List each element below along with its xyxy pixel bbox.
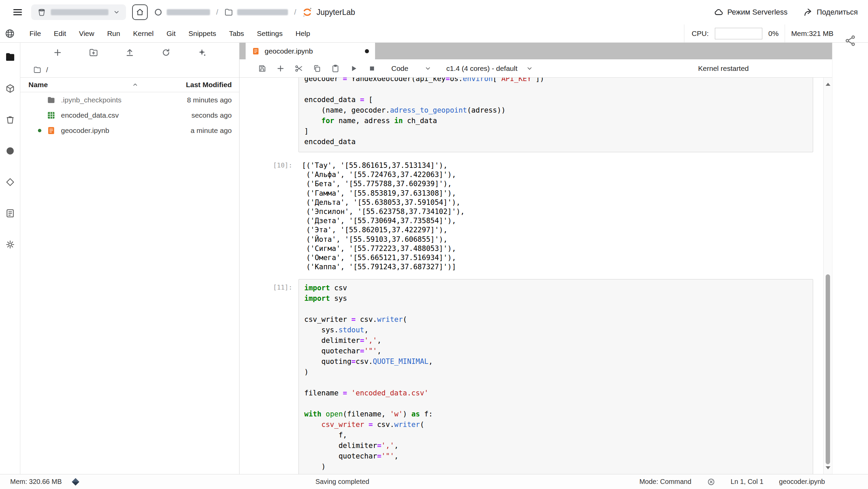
storage-cube-icon[interactable] xyxy=(5,83,15,94)
menu-bar: File Edit View Run Kernel Git Snippets T… xyxy=(0,24,868,43)
cpu-usage-input[interactable] xyxy=(715,28,762,39)
unsaved-changes-dot[interactable] xyxy=(365,49,369,53)
vertical-scrollbar[interactable] xyxy=(823,78,832,474)
top-bar: / / JupyterLab Режим Serverless Поделит xyxy=(0,0,868,24)
tab-title: geocoder.ipynb xyxy=(265,47,313,55)
serverless-mode-button[interactable]: Режим Serverless xyxy=(714,7,788,17)
circle-x-icon[interactable] xyxy=(707,478,715,486)
file-modified: a minute ago xyxy=(191,126,239,135)
cloud-project-selector[interactable] xyxy=(31,4,126,20)
notebook-toolbar: Code c1.4 (4 cores) - default Kernel res… xyxy=(240,59,832,78)
diamond-icon[interactable] xyxy=(5,177,15,187)
menu-tabs[interactable]: Tabs xyxy=(223,24,250,42)
bucket-icon xyxy=(37,8,46,17)
run-cell-icon[interactable] xyxy=(346,62,361,75)
menu-git[interactable]: Git xyxy=(160,24,182,42)
mem-usage: Mem:321 MB xyxy=(791,30,833,38)
chevron-down-icon xyxy=(113,9,120,16)
tab-geocoder-ipynb[interactable]: geocoder.ipynb xyxy=(246,43,375,59)
cell-type-dropdown[interactable]: Code xyxy=(391,64,431,73)
share-nodes-icon[interactable] xyxy=(844,35,856,47)
serverless-label: Режим Serverless xyxy=(727,8,788,17)
file-name: geocoder.ipynb xyxy=(61,126,109,135)
cell-input-prompt xyxy=(240,78,298,152)
scrollbar-thumb[interactable] xyxy=(826,274,830,464)
cell-input-prompt: [11]: xyxy=(240,279,298,474)
cut-cells-icon[interactable] xyxy=(291,62,307,75)
folder-icon xyxy=(47,96,56,104)
kernel-dropdown[interactable]: c1.4 (4 cores) - default xyxy=(446,64,533,73)
settings-gears-icon[interactable] xyxy=(5,239,15,250)
file-row-ipynb-checkpoints[interactable]: .ipynb_checkpoints 8 minutes ago xyxy=(20,92,239,107)
cursor-position[interactable]: Ln 1, Col 1 xyxy=(731,478,764,486)
menu-file[interactable]: File xyxy=(23,24,47,42)
jupyter-logo-icon xyxy=(302,7,312,17)
notebook-scroll-area[interactable]: geocoder = YandexGeocoder(api_key=os.env… xyxy=(240,78,832,474)
hamburger-menu-icon[interactable] xyxy=(10,5,25,20)
breadcrumb-jupyterlab[interactable]: JupyterLab xyxy=(302,7,355,17)
notebook-icon xyxy=(47,126,56,135)
code-cell-partial: geocoder = YandexGeocoder(api_key=os.env… xyxy=(240,78,823,152)
ring-icon xyxy=(154,8,163,17)
code-editor[interactable]: geocoder = YandexGeocoder(api_key=os.env… xyxy=(298,78,813,152)
file-browser-breadcrumb[interactable]: / xyxy=(20,62,239,77)
command-mode-indicator[interactable]: Mode: Command xyxy=(639,478,691,486)
file-row-geocoder-ipynb[interactable]: geocoder.ipynb a minute ago xyxy=(20,123,239,138)
status-bar: Mem: 320.66 MB Saving completed Mode: Co… xyxy=(0,474,868,489)
menu-settings[interactable]: Settings xyxy=(250,24,289,42)
redacted-cloud-name xyxy=(51,9,108,15)
chevron-down-icon xyxy=(526,65,533,72)
code-editor[interactable]: import csvimport sys csv_writer = csv.wr… xyxy=(298,279,813,474)
scroll-up-arrow[interactable] xyxy=(824,80,832,89)
status-left: Mem: 320.66 MB xyxy=(0,477,80,486)
copy-cells-icon[interactable] xyxy=(309,62,325,75)
jupyterlab-label: JupyterLab xyxy=(316,8,355,17)
status-message: Saving completed xyxy=(315,478,369,486)
upload-icon[interactable] xyxy=(122,45,138,60)
new-launcher-plus-icon[interactable] xyxy=(50,45,65,60)
datasphere-logo-icon[interactable] xyxy=(5,28,15,39)
breadcrumb-project-folder[interactable] xyxy=(224,8,288,17)
stop-kernel-icon[interactable] xyxy=(364,62,380,75)
menu-kernel[interactable]: Kernel xyxy=(127,24,160,42)
paste-cells-icon[interactable] xyxy=(328,62,343,75)
menu-view[interactable]: View xyxy=(73,24,101,42)
active-file-name[interactable]: geocoder.ipynb xyxy=(779,478,825,486)
right-sidebar-rail xyxy=(832,43,868,474)
kernel-running-dot xyxy=(38,129,41,132)
circle-icon[interactable] xyxy=(5,146,15,156)
datasphere-diamond-icon[interactable] xyxy=(71,477,80,486)
add-cell-icon[interactable] xyxy=(273,62,288,75)
folder-icon xyxy=(33,66,41,74)
redacted-project-id xyxy=(237,9,288,15)
menu-run[interactable]: Run xyxy=(101,24,127,42)
sparkle-icon[interactable] xyxy=(194,45,210,60)
main-dock-panel: geocoder.ipynb xyxy=(239,43,832,474)
output-prompt: [10]: xyxy=(240,160,298,272)
workspace: / Name Last Modified .ipynb_checkpoints … xyxy=(0,43,868,474)
tab-bar: geocoder.ipynb xyxy=(240,43,832,59)
menu-snippets[interactable]: Snippets xyxy=(182,24,223,42)
breadcrumb-community[interactable] xyxy=(154,8,210,17)
file-browser-toolbar xyxy=(20,43,239,62)
home-button[interactable] xyxy=(132,4,148,20)
refresh-icon[interactable] xyxy=(158,45,174,60)
trash-bucket-icon[interactable] xyxy=(5,115,15,125)
file-browser-tab-icon[interactable] xyxy=(5,52,16,62)
menu-edit[interactable]: Edit xyxy=(47,24,73,42)
menu-help[interactable]: Help xyxy=(289,24,316,42)
new-folder-icon[interactable] xyxy=(86,45,101,60)
redacted-community-name xyxy=(167,9,210,15)
path-label: / xyxy=(46,66,48,74)
scroll-down-arrow[interactable] xyxy=(824,463,832,472)
column-last-modified[interactable]: Last Modified xyxy=(144,81,239,89)
share-button[interactable]: Поделиться xyxy=(803,7,858,17)
cpu-label: CPU: xyxy=(692,30,709,38)
notebook-icon xyxy=(252,47,260,55)
file-browser-panel: / Name Last Modified .ipynb_checkpoints … xyxy=(20,43,239,474)
code-cell: [11]: import csvimport sys csv_writer = … xyxy=(240,279,823,474)
column-name[interactable]: Name xyxy=(20,81,144,89)
file-row-encoded-data-csv[interactable]: encoded_data.csv seconds ago xyxy=(20,107,239,123)
snippets-list-icon[interactable] xyxy=(5,208,15,218)
save-icon[interactable] xyxy=(254,62,270,75)
